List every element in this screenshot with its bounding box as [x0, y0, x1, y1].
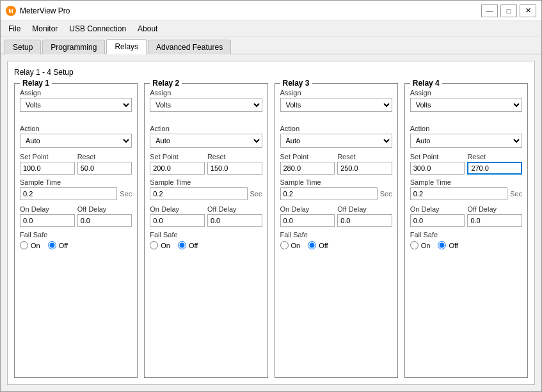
- relay-1-reset-label: Reset: [77, 153, 132, 161]
- relay-4-setpoint-input[interactable]: [410, 162, 465, 175]
- relay-panel: Relay 1 - 4 Setup Relay 1 Assign Volts A…: [7, 61, 535, 385]
- window-controls: — □ ✕: [481, 4, 536, 17]
- relay-2-failsafe-row: On Off: [150, 241, 262, 249]
- relay-3-on-delay-input[interactable]: [280, 214, 335, 227]
- relay-3-failsafe-row: On Off: [280, 241, 392, 249]
- relay-4-on-delay-input[interactable]: [410, 214, 465, 227]
- main-window: M MeterView Pro — □ ✕ File Monitor USB C…: [0, 0, 542, 392]
- relay-2-setpoint-group: Set Point: [150, 153, 205, 175]
- relay-1-action-group: Action Auto Manual: [20, 125, 132, 148]
- relay-2-off-radio[interactable]: [178, 241, 186, 249]
- relay-4-title: Relay 4: [410, 79, 442, 88]
- relay-3-failsafe-label: Fail Safe: [280, 231, 392, 239]
- relay-2-box: Relay 2 Assign Volts Amps Watts Action: [144, 83, 267, 378]
- close-button[interactable]: ✕: [520, 4, 536, 17]
- relay-1-on-radio[interactable]: [20, 241, 28, 249]
- relay-1-reset-group: Reset: [77, 153, 132, 175]
- relay-1-on-delay-input[interactable]: [20, 214, 75, 227]
- relay-1-action-select[interactable]: Auto Manual: [20, 134, 132, 148]
- relay-4-setpoint-reset: Set Point Reset: [410, 153, 522, 175]
- relay-1-sample-row: Sec: [20, 187, 132, 200]
- relay-1-reset-input[interactable]: [77, 162, 132, 175]
- relay-1-assign-select[interactable]: Volts Amps Watts: [20, 98, 132, 112]
- relay-1-failsafe-group: Fail Safe On Off: [20, 231, 132, 249]
- relay-1-off-radio[interactable]: [48, 241, 56, 249]
- relay-3-assign-select[interactable]: Volts Amps Watts: [280, 98, 392, 112]
- relay-3-action-label: Action: [280, 125, 392, 132]
- relay-2-off-delay-input[interactable]: [207, 214, 262, 227]
- menu-about[interactable]: About: [132, 23, 163, 35]
- menu-usb-connection[interactable]: USB Connection: [64, 23, 131, 35]
- relay-1-setpoint-input[interactable]: [20, 162, 75, 175]
- relay-4-failsafe-group: Fail Safe On Off: [410, 231, 522, 249]
- relay-3-off-delay-group: Off Delay: [337, 205, 392, 227]
- relay-3-assign-label: Assign: [280, 89, 392, 97]
- relay-1-off-delay-label: Off Delay: [77, 205, 132, 213]
- relay-1-off-radio-label[interactable]: Off: [48, 241, 68, 249]
- relay-1-on-radio-label[interactable]: On: [20, 241, 40, 249]
- tab-advanced-features[interactable]: Advanced Features: [148, 40, 231, 54]
- relay-2-reset-input[interactable]: [207, 162, 262, 175]
- tab-relays[interactable]: Relays: [106, 39, 147, 54]
- relay-1-sec-label: Sec: [120, 190, 132, 198]
- relay-2-sample-input[interactable]: [150, 187, 247, 200]
- relay-4-assign-select[interactable]: Volts Amps Watts: [410, 98, 522, 112]
- relay-4-action-select[interactable]: Auto Manual: [410, 134, 522, 148]
- relay-4-sample-row: Sec: [410, 187, 522, 200]
- relay-1-failsafe-label: Fail Safe: [20, 231, 132, 239]
- relay-3-on-radio[interactable]: [280, 241, 289, 249]
- maximize-button[interactable]: □: [500, 4, 517, 17]
- relay-2-action-select[interactable]: Auto Manual: [150, 134, 262, 148]
- relay-2-sec-label: Sec: [250, 190, 262, 198]
- relay-4-setpoint-group: Set Point: [410, 153, 465, 175]
- tab-setup[interactable]: Setup: [4, 40, 41, 54]
- relay-4-on-radio-label[interactable]: On: [410, 241, 431, 249]
- relay-4-off-radio[interactable]: [438, 241, 446, 249]
- relay-3-sample-input[interactable]: [280, 187, 378, 200]
- relay-4-off-delay-input[interactable]: [467, 214, 522, 227]
- relay-4-delays: On Delay Off Delay: [410, 205, 522, 227]
- relay-1-off-delay-input[interactable]: [77, 214, 132, 227]
- relay-4-on-delay-group: On Delay: [410, 205, 465, 227]
- relay-3-on-radio-label[interactable]: On: [280, 241, 301, 249]
- menu-monitor[interactable]: Monitor: [27, 23, 63, 35]
- relay-1-title: Relay 1: [20, 79, 52, 88]
- relay-2-assign-select[interactable]: Volts Amps Watts: [150, 98, 262, 112]
- relay-4-on-delay-label: On Delay: [410, 205, 465, 213]
- relay-2-title: Relay 2: [150, 79, 182, 88]
- relay-2-on-radio[interactable]: [150, 241, 158, 249]
- relay-3-on-delay-label: On Delay: [280, 205, 335, 213]
- relay-1-sample-label: Sample Time: [20, 178, 132, 186]
- relay-3-delays: On Delay Off Delay: [280, 205, 392, 227]
- window-title: MeterView Pro: [20, 6, 70, 15]
- relay-2-sample-group: Sample Time Sec: [150, 178, 262, 200]
- relay-3-setpoint-input[interactable]: [280, 162, 335, 175]
- relay-2-setpoint-input[interactable]: [150, 162, 205, 175]
- relay-1-sample-input[interactable]: [20, 187, 117, 200]
- relay-2-setpoint-reset: Set Point Reset: [150, 153, 262, 175]
- relay-3-off-radio[interactable]: [308, 241, 316, 249]
- relay-4-off-radio-label[interactable]: Off: [438, 241, 458, 249]
- relay-4-on-radio[interactable]: [410, 241, 418, 249]
- relay-2-reset-label: Reset: [207, 153, 262, 161]
- minimize-button[interactable]: —: [481, 4, 498, 17]
- relay-1-on-delay-group: On Delay: [20, 205, 75, 227]
- menu-file[interactable]: File: [3, 23, 26, 35]
- relay-1-off-delay-group: Off Delay: [77, 205, 132, 227]
- relay-3-off-delay-label: Off Delay: [337, 205, 392, 213]
- relay-2-on-delay-input[interactable]: [150, 214, 205, 227]
- relay-3-off-delay-input[interactable]: [337, 214, 392, 227]
- relay-2-off-radio-label[interactable]: Off: [178, 241, 198, 249]
- relay-2-off-delay-group: Off Delay: [207, 205, 262, 227]
- relay-3-off-radio-label[interactable]: Off: [308, 241, 328, 249]
- relay-3-action-select[interactable]: Auto Manual: [280, 134, 392, 148]
- relay-4-reset-group: Reset: [467, 153, 522, 175]
- relay-4-sample-input[interactable]: [410, 187, 507, 200]
- relay-4-reset-input[interactable]: [467, 162, 522, 175]
- relay-2-on-delay-label: On Delay: [150, 205, 205, 213]
- relay-2-on-radio-label[interactable]: On: [150, 241, 170, 249]
- relay-1-action-label: Action: [20, 125, 132, 132]
- tab-programming[interactable]: Programming: [42, 40, 105, 54]
- tab-bar: Setup Programming Relays Advanced Featur…: [1, 36, 541, 54]
- relay-3-reset-input[interactable]: [337, 162, 392, 175]
